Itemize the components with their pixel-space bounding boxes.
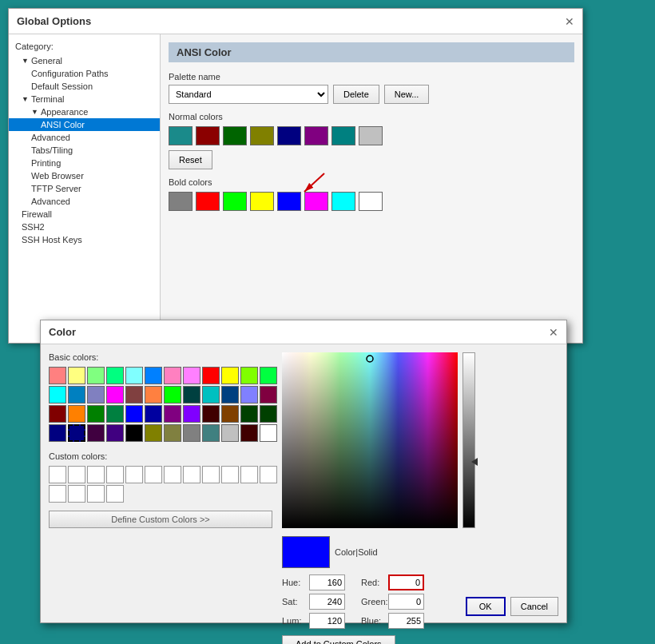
basic-swatch-3[interactable] bbox=[106, 367, 124, 384]
custom-swatch-10[interactable] bbox=[240, 466, 258, 483]
custom-swatch-15[interactable] bbox=[106, 485, 124, 503]
custom-swatch-2[interactable] bbox=[87, 466, 105, 483]
color-dialog-close-button[interactable]: ✕ bbox=[549, 327, 558, 338]
normal-color-4[interactable] bbox=[277, 126, 301, 145]
basic-swatch-12[interactable] bbox=[49, 386, 66, 403]
basic-swatch-6[interactable] bbox=[164, 367, 181, 384]
define-custom-colors-button[interactable]: Define Custom Colors >> bbox=[49, 511, 272, 528]
basic-swatch-39[interactable] bbox=[106, 424, 124, 442]
basic-swatch-9[interactable] bbox=[221, 367, 239, 384]
bold-color-7[interactable] bbox=[359, 192, 383, 211]
bold-color-6[interactable] bbox=[331, 192, 355, 211]
basic-swatch-41[interactable] bbox=[145, 424, 162, 442]
tree-item-printing[interactable]: Printing bbox=[9, 157, 160, 169]
brightness-bar[interactable] bbox=[462, 352, 475, 528]
custom-swatch-6[interactable] bbox=[164, 466, 181, 483]
ok-button[interactable]: OK bbox=[466, 597, 506, 616]
global-options-close-button[interactable]: ✕ bbox=[565, 16, 574, 27]
red-input[interactable] bbox=[388, 574, 424, 590]
sat-input[interactable] bbox=[309, 594, 345, 610]
bold-color-2[interactable] bbox=[223, 192, 247, 211]
basic-swatch-43[interactable] bbox=[183, 424, 200, 442]
basic-swatch-46[interactable] bbox=[240, 424, 258, 442]
basic-swatch-7[interactable] bbox=[183, 367, 200, 384]
basic-swatch-25[interactable] bbox=[68, 405, 85, 423]
tree-item-web-browser[interactable]: Web Browser bbox=[9, 169, 160, 182]
basic-swatch-31[interactable] bbox=[183, 405, 200, 423]
basic-swatch-34[interactable] bbox=[240, 405, 258, 423]
basic-swatch-8[interactable] bbox=[202, 367, 220, 384]
tree-item-terminal[interactable]: ▼ Terminal bbox=[9, 93, 160, 105]
spectrum-area[interactable] bbox=[282, 352, 458, 528]
tree-item-advanced[interactable]: Advanced bbox=[9, 131, 160, 144]
green-input[interactable] bbox=[388, 594, 424, 610]
custom-swatch-13[interactable] bbox=[68, 485, 85, 503]
custom-swatch-8[interactable] bbox=[202, 466, 220, 483]
basic-swatch-44[interactable] bbox=[202, 424, 220, 442]
normal-color-2[interactable] bbox=[223, 126, 247, 145]
basic-swatch-35[interactable] bbox=[260, 405, 277, 423]
basic-swatch-33[interactable] bbox=[221, 405, 239, 423]
normal-color-7[interactable] bbox=[359, 126, 383, 145]
basic-swatch-28[interactable] bbox=[125, 405, 143, 423]
basic-swatch-10[interactable] bbox=[240, 367, 258, 384]
basic-swatch-5[interactable] bbox=[145, 367, 162, 384]
normal-color-5[interactable] bbox=[304, 126, 328, 145]
custom-swatch-5[interactable] bbox=[145, 466, 162, 483]
basic-swatch-36[interactable] bbox=[49, 424, 66, 442]
bold-color-3[interactable] bbox=[250, 192, 274, 211]
hue-input[interactable] bbox=[309, 574, 345, 590]
normal-color-6[interactable] bbox=[331, 126, 355, 145]
blue-input[interactable] bbox=[388, 613, 424, 629]
basic-swatch-23[interactable] bbox=[260, 386, 277, 403]
tree-item-appearance[interactable]: ▼ Appearance bbox=[9, 105, 160, 118]
custom-swatch-9[interactable] bbox=[221, 466, 239, 483]
basic-swatch-47[interactable] bbox=[260, 424, 277, 442]
normal-color-0[interactable] bbox=[169, 126, 193, 145]
basic-swatch-38[interactable] bbox=[87, 424, 105, 442]
cancel-button[interactable]: Cancel bbox=[510, 597, 558, 616]
custom-swatch-1[interactable] bbox=[68, 466, 85, 483]
basic-swatch-18[interactable] bbox=[164, 386, 181, 403]
tree-item-ssh2[interactable]: SSH2 bbox=[9, 221, 160, 233]
basic-swatch-40[interactable] bbox=[125, 424, 143, 442]
basic-swatch-21[interactable] bbox=[221, 386, 239, 403]
basic-swatch-37[interactable] bbox=[68, 424, 85, 442]
basic-swatch-27[interactable] bbox=[106, 405, 124, 423]
basic-swatch-24[interactable] bbox=[49, 405, 66, 423]
new-button[interactable]: New... bbox=[384, 85, 430, 104]
bold-color-1[interactable] bbox=[196, 192, 220, 211]
custom-swatch-4[interactable] bbox=[125, 466, 143, 483]
add-to-custom-colors-button[interactable]: Add to Custom Colors bbox=[282, 635, 395, 644]
bold-color-0[interactable] bbox=[169, 192, 193, 211]
normal-color-3[interactable] bbox=[250, 126, 274, 145]
basic-swatch-4[interactable] bbox=[125, 367, 143, 384]
tree-item-tabs-tiling[interactable]: Tabs/Tiling bbox=[9, 144, 160, 157]
tree-item-general[interactable]: ▼ General bbox=[9, 54, 160, 67]
basic-swatch-15[interactable] bbox=[106, 386, 124, 403]
normal-color-1[interactable] bbox=[196, 126, 220, 145]
palette-select[interactable]: Standard bbox=[169, 85, 328, 104]
basic-swatch-2[interactable] bbox=[87, 367, 105, 384]
basic-swatch-1[interactable] bbox=[68, 367, 85, 384]
basic-swatch-11[interactable] bbox=[260, 367, 277, 384]
basic-swatch-13[interactable] bbox=[68, 386, 85, 403]
custom-swatch-12[interactable] bbox=[49, 485, 66, 503]
custom-swatch-14[interactable] bbox=[87, 485, 105, 503]
basic-swatch-14[interactable] bbox=[87, 386, 105, 403]
tree-item-default-session[interactable]: Default Session bbox=[9, 80, 160, 93]
basic-swatch-0[interactable] bbox=[49, 367, 66, 384]
basic-swatch-32[interactable] bbox=[202, 405, 220, 423]
basic-swatch-19[interactable] bbox=[183, 386, 200, 403]
basic-swatch-20[interactable] bbox=[202, 386, 220, 403]
custom-swatch-0[interactable] bbox=[49, 466, 66, 483]
tree-item-firewall[interactable]: Firewall bbox=[9, 208, 160, 221]
basic-swatch-42[interactable] bbox=[164, 424, 181, 442]
lum-input[interactable] bbox=[309, 613, 345, 629]
tree-item-ansi-color[interactable]: ANSI Color bbox=[9, 118, 160, 131]
basic-swatch-17[interactable] bbox=[145, 386, 162, 403]
basic-swatch-29[interactable] bbox=[145, 405, 162, 423]
tree-item-advanced2[interactable]: Advanced bbox=[9, 195, 160, 208]
reset-button[interactable]: Reset bbox=[169, 150, 212, 169]
custom-swatch-11[interactable] bbox=[260, 466, 277, 483]
